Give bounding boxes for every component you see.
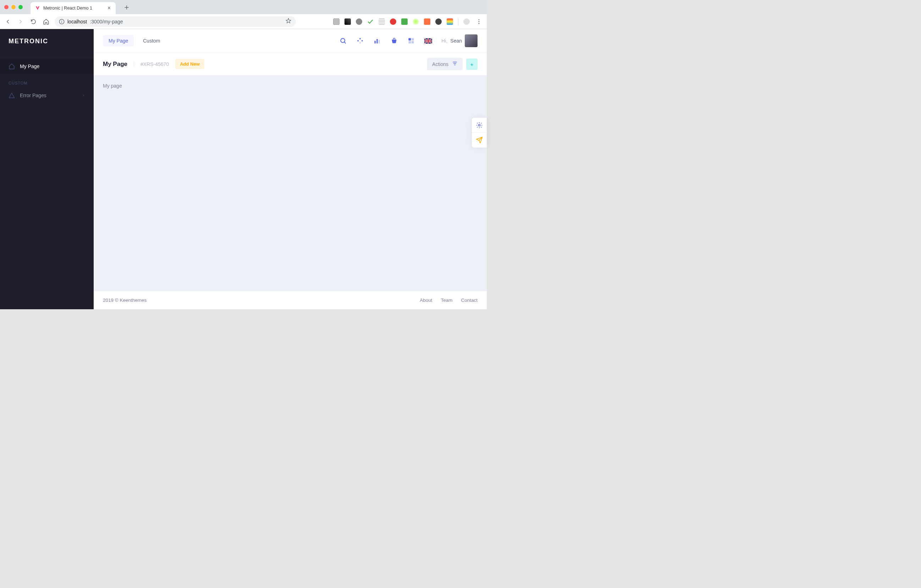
svg-rect-15 — [409, 38, 411, 41]
extension-icon[interactable] — [367, 18, 374, 25]
extensions-tray — [333, 17, 483, 26]
extension-icon[interactable] — [447, 18, 453, 25]
warning-icon — [8, 92, 15, 99]
apps-icon[interactable] — [407, 37, 415, 45]
window-maximize[interactable] — [18, 5, 23, 9]
window-controls — [4, 5, 23, 9]
svg-rect-10 — [361, 40, 363, 42]
footer-link-contact[interactable]: Contact — [461, 297, 478, 303]
window-close[interactable] — [4, 5, 8, 9]
brand-logo[interactable]: METRONIC — [0, 29, 94, 53]
extension-icon[interactable] — [435, 18, 442, 25]
forward-button[interactable] — [16, 17, 25, 26]
cart-icon[interactable] — [390, 37, 398, 45]
site-info-icon[interactable] — [59, 19, 65, 24]
svg-point-4 — [478, 21, 480, 22]
side-dock — [472, 118, 487, 148]
extension-icon[interactable] — [345, 18, 351, 25]
send-dock-button[interactable] — [472, 133, 487, 148]
extension-icon[interactable] — [401, 18, 408, 25]
page-id: #XRS-45670 — [134, 61, 169, 67]
search-icon[interactable] — [339, 37, 347, 45]
sidebar-item-my-page[interactable]: My Page — [0, 59, 94, 74]
url-path: :3000/my-page — [90, 19, 123, 24]
page-title: My Page — [103, 61, 127, 68]
greet-hi: Hi, — [441, 38, 447, 44]
extension-icon[interactable] — [424, 18, 430, 25]
window-minimize[interactable] — [11, 5, 16, 9]
sidebar-item-error-pages[interactable]: Error Pages — [0, 88, 94, 103]
svg-point-5 — [478, 23, 480, 24]
footer-link-about[interactable]: About — [420, 297, 432, 303]
svg-point-23 — [478, 124, 480, 126]
extension-icon[interactable] — [333, 18, 340, 25]
footer-link-team[interactable]: Team — [441, 297, 452, 303]
language-flag-icon[interactable] — [424, 38, 432, 44]
top-tab-my-page[interactable]: My Page — [103, 35, 134, 47]
svg-point-2 — [61, 20, 62, 21]
svg-line-7 — [345, 42, 346, 43]
browser-tab[interactable]: Metronic | React Demo 1 × — [31, 2, 116, 14]
settings-dock-button[interactable] — [472, 118, 487, 133]
chart-icon[interactable] — [373, 37, 381, 45]
svg-rect-16 — [412, 38, 414, 41]
reload-button[interactable] — [29, 17, 37, 26]
user-greeting[interactable]: Hi, Sean — [441, 34, 478, 47]
svg-rect-11 — [360, 42, 361, 44]
browser-menu-button[interactable] — [475, 17, 483, 26]
sidebar-item-label: My Page — [20, 63, 39, 69]
actions-button[interactable]: Actions — [427, 58, 463, 70]
back-button[interactable] — [3, 17, 12, 26]
home-icon — [8, 63, 15, 70]
extension-icon[interactable] — [390, 18, 396, 25]
greet-name: Sean — [450, 38, 462, 44]
extension-icon[interactable] — [413, 18, 419, 25]
tab-title: Metronic | React Demo 1 — [43, 6, 104, 11]
tab-close-icon[interactable]: × — [107, 4, 111, 12]
extension-icon[interactable] — [379, 18, 385, 25]
add-file-button[interactable] — [466, 58, 478, 70]
tab-favicon-icon — [35, 5, 41, 11]
add-new-button[interactable]: Add New — [175, 59, 204, 69]
paper-plane-icon — [476, 136, 483, 144]
subheader: My Page #XRS-45670 Add New Actions — [94, 52, 487, 75]
actions-label: Actions — [432, 61, 448, 67]
extension-icon[interactable] — [356, 18, 362, 25]
address-bar[interactable]: localhost:3000/my-page — [55, 16, 296, 27]
svg-rect-13 — [377, 39, 378, 44]
browser-toolbar: localhost:3000/my-page — [0, 14, 487, 29]
sidebar: METRONIC My Page CUSTOM Error Pages — [0, 29, 94, 309]
svg-rect-8 — [360, 38, 361, 40]
page-content: My page — [94, 75, 487, 291]
svg-rect-17 — [409, 41, 411, 44]
svg-point-3 — [478, 19, 480, 20]
svg-rect-9 — [357, 40, 359, 42]
bookmark-star-icon[interactable] — [285, 18, 291, 25]
body-text: My page — [103, 83, 122, 89]
user-avatar[interactable] — [465, 34, 478, 47]
top-tab-custom[interactable]: Custom — [137, 35, 166, 47]
svg-rect-14 — [379, 40, 380, 44]
gear-icon — [476, 122, 483, 129]
chevron-right-icon — [81, 93, 85, 98]
home-button[interactable] — [42, 17, 50, 26]
svg-point-6 — [341, 38, 345, 42]
sidebar-item-label: Error Pages — [20, 93, 47, 98]
svg-rect-18 — [412, 41, 414, 44]
browser-tabstrip: Metronic | React Demo 1 × — [0, 0, 487, 14]
sidebar-section-label: CUSTOM — [0, 74, 94, 88]
topbar: My Page Custom — [94, 29, 487, 52]
footer-copyright: 2019 © Keenthemes — [103, 297, 146, 303]
profile-avatar[interactable] — [463, 18, 470, 25]
url-host: localhost — [67, 19, 87, 24]
compile-icon[interactable] — [356, 37, 364, 45]
footer: 2019 © Keenthemes About Team Contact — [94, 291, 487, 309]
new-tab-button[interactable] — [121, 3, 132, 13]
filter-icon — [452, 61, 458, 67]
svg-rect-12 — [375, 41, 376, 44]
